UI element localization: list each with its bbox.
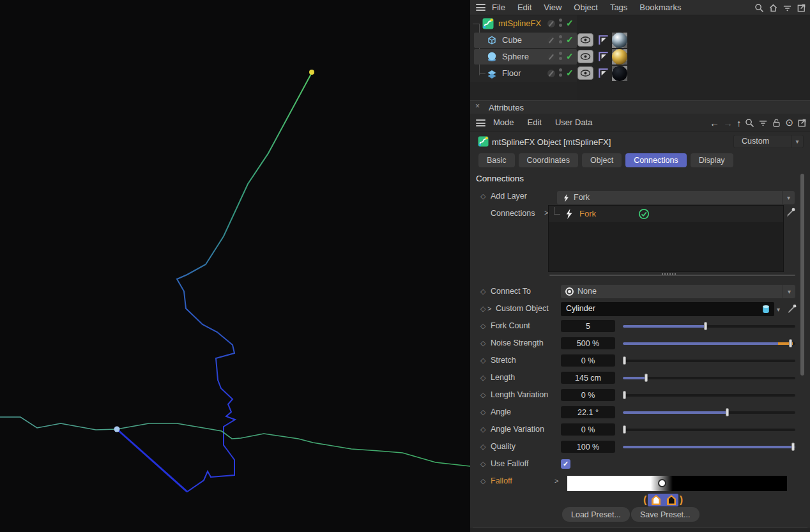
param-value-noise-strength[interactable]: 500 % bbox=[561, 337, 615, 349]
add-layer-dropdown[interactable]: Fork ▾ bbox=[557, 191, 795, 204]
param-slider-quality[interactable] bbox=[623, 441, 795, 453]
visibility-dots-icon[interactable] bbox=[559, 52, 563, 62]
param-value-fork-count[interactable]: 5 bbox=[561, 320, 615, 332]
object-name[interactable]: Sphere bbox=[502, 52, 529, 61]
enabled-check-icon[interactable]: ✓ bbox=[566, 51, 574, 61]
close-icon[interactable]: × bbox=[475, 102, 480, 110]
key-diamond-icon[interactable]: ◇ bbox=[480, 322, 485, 330]
enable-toggle-icon[interactable] bbox=[547, 36, 555, 44]
param-checkbox-use-falloff[interactable]: ✓ bbox=[561, 459, 570, 469]
eyedropper-icon[interactable] bbox=[786, 207, 796, 217]
visibility-dots-icon[interactable] bbox=[559, 19, 563, 29]
tab-connections[interactable]: Connections bbox=[625, 153, 687, 167]
forward-icon[interactable]: → bbox=[723, 118, 733, 128]
key-diamond-icon[interactable]: ◇ bbox=[480, 477, 485, 485]
om-menu-object[interactable]: Object bbox=[574, 3, 598, 12]
falloff-gradient-bar[interactable] bbox=[567, 476, 787, 491]
slider-thumb[interactable] bbox=[645, 374, 648, 382]
key-diamond-icon[interactable]: ◇ bbox=[480, 356, 485, 365]
key-diamond-icon[interactable]: ◇ bbox=[480, 408, 485, 416]
slider-thumb[interactable] bbox=[623, 356, 626, 365]
param-slider-length[interactable] bbox=[623, 372, 795, 384]
param-slider-stretch[interactable] bbox=[623, 354, 795, 367]
filter-icon[interactable] bbox=[758, 118, 768, 128]
visibility-dots-icon[interactable] bbox=[559, 68, 563, 79]
render-flag-icon[interactable] bbox=[596, 33, 611, 47]
record-target-icon[interactable]: ⊙ bbox=[785, 117, 793, 128]
enable-toggle-icon[interactable] bbox=[547, 70, 555, 77]
key-diamond-icon[interactable]: ◇ bbox=[480, 305, 485, 313]
slider-thumb[interactable] bbox=[704, 322, 707, 330]
search-icon[interactable] bbox=[745, 118, 754, 128]
slider-thumb[interactable] bbox=[623, 425, 626, 434]
back-icon[interactable]: ← bbox=[710, 118, 719, 128]
enabled-check-icon[interactable]: ✓ bbox=[566, 68, 574, 78]
tab-object[interactable]: Object bbox=[582, 153, 622, 167]
param-slider-fork-count[interactable] bbox=[623, 320, 795, 332]
object-name[interactable]: Floor bbox=[502, 68, 521, 78]
object-name[interactable]: mtSplineFX bbox=[498, 19, 541, 28]
enabled-check-icon[interactable]: ✓ bbox=[566, 18, 574, 28]
material-thumbnail-black[interactable] bbox=[612, 66, 627, 81]
param-slider-angle-variation[interactable] bbox=[623, 423, 795, 436]
om-menu-tags[interactable]: Tags bbox=[610, 3, 627, 12]
spline-selected-point[interactable] bbox=[114, 427, 120, 432]
attr-menu-mode[interactable]: Mode bbox=[493, 118, 514, 127]
render-flag-icon[interactable] bbox=[596, 66, 611, 80]
gradient-knob[interactable] bbox=[658, 479, 666, 487]
slider-thumb[interactable] bbox=[623, 391, 626, 399]
viewport-3d[interactable] bbox=[0, 0, 470, 532]
key-diamond-icon[interactable]: ◇ bbox=[480, 460, 485, 468]
chevron-down-icon[interactable]: ▾ bbox=[777, 306, 780, 313]
vertical-scrollbar[interactable] bbox=[800, 174, 804, 376]
key-diamond-icon[interactable]: ◇ bbox=[480, 443, 485, 451]
param-slider-angle[interactable] bbox=[623, 406, 795, 418]
filter-icon[interactable] bbox=[783, 3, 792, 13]
enable-toggle-icon[interactable] bbox=[547, 20, 555, 27]
object-row-cube[interactable]: Cube ✓ bbox=[470, 32, 810, 49]
object-link-field-custom-object[interactable]: Cylinder bbox=[561, 302, 774, 316]
external-link-icon[interactable] bbox=[797, 3, 806, 13]
connection-layer-item[interactable]: Fork bbox=[549, 206, 783, 222]
param-value-quality[interactable]: 100 % bbox=[561, 441, 615, 453]
gradient-knot-strip[interactable]: () bbox=[648, 494, 678, 506]
eyedropper-icon[interactable] bbox=[787, 303, 797, 314]
hamburger-menu-icon[interactable] bbox=[476, 119, 485, 126]
object-row-mtsplinefx[interactable]: mtSplineFX ✓ bbox=[470, 15, 810, 32]
key-diamond-icon[interactable]: ◇ bbox=[480, 391, 485, 399]
chevron-down-icon[interactable]: ▾ bbox=[791, 135, 803, 148]
slider-thumb[interactable] bbox=[791, 443, 795, 451]
search-icon[interactable] bbox=[754, 3, 764, 13]
enabled-check-icon[interactable]: ✓ bbox=[566, 34, 574, 45]
param-slider-noise-strength[interactable] bbox=[623, 337, 795, 349]
tab-coordinates[interactable]: Coordinates bbox=[519, 153, 578, 167]
om-menu-view[interactable]: View bbox=[544, 3, 562, 12]
enabled-check-circle-icon[interactable] bbox=[638, 208, 650, 220]
expand-caret-icon[interactable]: > bbox=[554, 477, 558, 485]
key-diamond-icon[interactable]: ◇ bbox=[480, 287, 485, 296]
tab-basic[interactable]: Basic bbox=[478, 153, 515, 167]
visibility-dots-icon[interactable] bbox=[559, 35, 563, 45]
key-diamond-icon[interactable]: ◇ bbox=[480, 425, 485, 434]
preset-selector-dropdown[interactable]: Custom ▾ bbox=[733, 135, 804, 148]
key-diamond-icon[interactable]: ◇ bbox=[480, 374, 485, 382]
tab-display[interactable]: Display bbox=[691, 153, 733, 167]
object-row-sphere[interactable]: Sphere ✓ bbox=[470, 49, 810, 65]
object-name[interactable]: Cube bbox=[502, 35, 522, 45]
gradient-knot-black[interactable] bbox=[667, 495, 676, 505]
spline-endpoint-yellow[interactable] bbox=[309, 70, 314, 75]
slider-thumb[interactable] bbox=[789, 339, 792, 347]
param-value-length[interactable]: 145 cm bbox=[561, 372, 615, 384]
editor-visibility-eye-icon[interactable] bbox=[577, 33, 593, 47]
param-value-length-variation[interactable]: 0 % bbox=[561, 389, 615, 401]
material-thumbnail-chrome[interactable] bbox=[612, 33, 627, 48]
splinefx-icon[interactable] bbox=[482, 18, 494, 29]
external-link-icon[interactable] bbox=[797, 118, 807, 128]
enable-toggle-icon[interactable] bbox=[547, 53, 555, 61]
attr-menu-edit[interactable]: Edit bbox=[528, 118, 542, 127]
object-row-floor[interactable]: Floor ✓ bbox=[470, 65, 810, 82]
floor-icon[interactable] bbox=[486, 68, 498, 79]
home-icon[interactable] bbox=[768, 3, 778, 13]
gradient-knot-white[interactable] bbox=[652, 495, 661, 505]
preset-button-load[interactable]: Load Preset... bbox=[562, 507, 630, 522]
